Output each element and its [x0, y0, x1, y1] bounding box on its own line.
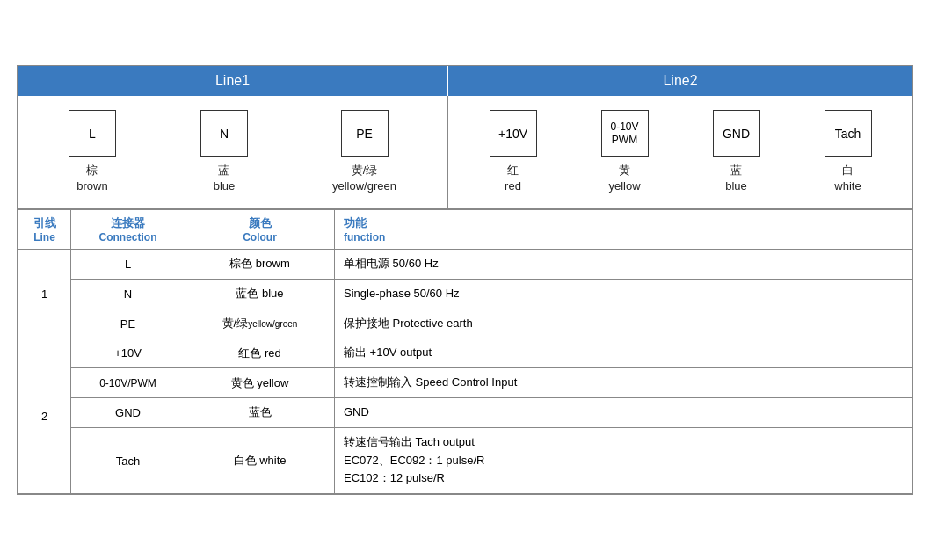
th-func-en: function	[344, 231, 903, 244]
func-PE-cell: 保护接地 Protective earth	[335, 309, 912, 338]
color-10v-cell: 红色 red	[185, 338, 335, 368]
table-row: Tach 白色 white 转速信号输出 Tach output EC072、E…	[18, 427, 912, 493]
conn-N-cell: N	[71, 279, 185, 309]
func-N-cell: Single-phase 50/60 Hz	[335, 279, 912, 309]
connector-box-tach: Tach	[825, 110, 872, 157]
connector-pwm: 0-10VPWM 黄yellow	[601, 110, 649, 194]
header-line1: Line1	[18, 66, 448, 96]
header-line2: Line2	[448, 66, 912, 96]
func-10v-cell: 输出 +10V output	[335, 338, 912, 368]
th-color-en: Colour	[194, 231, 325, 244]
conn-PE-cell: PE	[71, 309, 185, 338]
connector-label-gnd: 蓝blue	[725, 163, 747, 194]
connector-box-pwm: 0-10VPWM	[601, 110, 649, 157]
table-body: 1 L 棕色 browm 单相电源 50/60 Hz N 蓝色 blue Sin…	[18, 250, 912, 494]
icons-line1: L 棕brown N 蓝blue PE 黄/绿yellow/green	[18, 96, 448, 208]
connector-label-pwm: 黄yellow	[608, 163, 640, 194]
connector-label-L: 棕brown	[76, 163, 107, 194]
th-func-zh: 功能	[344, 215, 903, 231]
connector-label-PE: 黄/绿yellow/green	[332, 163, 396, 194]
conn-gnd-cell: GND	[71, 398, 185, 428]
connector-L: L 棕brown	[69, 110, 116, 194]
connector-tach: Tach 白white	[825, 110, 872, 194]
func-gnd-cell: GND	[335, 398, 912, 428]
connector-label-tach: 白white	[834, 163, 861, 194]
conn-tach-cell: Tach	[71, 427, 185, 493]
table-row: PE 黄/绿yellow/green 保护接地 Protective earth	[18, 309, 912, 338]
color-tach-cell: 白色 white	[185, 427, 335, 493]
th-function: 功能 function	[335, 210, 912, 250]
table-row: GND 蓝色 GND	[18, 398, 912, 428]
connector-PE: PE 黄/绿yellow/green	[332, 110, 396, 194]
table-row: N 蓝色 blue Single-phase 50/60 Hz	[18, 279, 912, 309]
connector-box-10v: +10V	[490, 110, 537, 157]
table-row: 0-10V/PWM 黄色 yellow 转速控制输入 Speed Control…	[18, 368, 912, 398]
connector-gnd: GND 蓝blue	[713, 110, 760, 194]
th-line-en: Line	[27, 231, 62, 244]
icons-row: L 棕brown N 蓝blue PE 黄/绿yellow/green +10V…	[18, 96, 912, 209]
conn-L-cell: L	[71, 250, 185, 280]
color-L-cell: 棕色 browm	[185, 250, 335, 280]
th-connection: 连接器 Connection	[71, 210, 185, 250]
th-line: 引线 Line	[18, 210, 71, 250]
th-colour: 颜色 Colour	[185, 210, 335, 250]
connector-label-10v: 红red	[505, 163, 521, 194]
color-pwm-cell: 黄色 yellow	[185, 368, 335, 398]
th-conn-en: Connection	[80, 231, 176, 244]
table-row: 1 L 棕色 browm 单相电源 50/60 Hz	[18, 250, 912, 280]
func-tach-cell: 转速信号输出 Tach output EC072、EC092：1 pulse/R…	[335, 427, 912, 493]
line1-cell: 1	[18, 250, 71, 338]
connector-N: N 蓝blue	[200, 110, 248, 194]
connector-box-gnd: GND	[713, 110, 760, 157]
connector-box-L: L	[69, 110, 116, 157]
connector-box-PE: PE	[341, 110, 389, 157]
table-row: 2 +10V 红色 red 输出 +10V output	[18, 338, 912, 368]
icons-line2: +10V 红red 0-10VPWM 黄yellow GND 蓝blue Tac…	[448, 96, 912, 208]
connector-10v: +10V 红red	[490, 110, 537, 194]
table-header-row: 引线 Line 连接器 Connection 颜色 Colour 功能 func…	[18, 210, 912, 250]
pe-color-sub: yellow/green	[248, 319, 297, 329]
color-PE-cell: 黄/绿yellow/green	[185, 309, 335, 338]
connector-box-N: N	[200, 110, 248, 157]
main-container: Line1 Line2 L 棕brown N 蓝blue PE 黄/绿yello…	[17, 65, 913, 496]
color-gnd-cell: 蓝色	[185, 398, 335, 428]
color-N-cell: 蓝色 blue	[185, 279, 335, 309]
th-color-zh: 颜色	[194, 215, 325, 231]
connector-label-N: 蓝blue	[214, 163, 236, 194]
func-L-cell: 单相电源 50/60 Hz	[335, 250, 912, 280]
conn-pwm-cell: 0-10V/PWM	[71, 368, 185, 398]
header-row: Line1 Line2	[18, 66, 912, 96]
func-pwm-cell: 转速控制输入 Speed Control Input	[335, 368, 912, 398]
line2-cell: 2	[18, 338, 71, 494]
conn-10v-cell: +10V	[71, 338, 185, 368]
info-table: 引线 Line 连接器 Connection 颜色 Colour 功能 func…	[18, 209, 912, 494]
th-conn-zh: 连接器	[80, 215, 176, 231]
th-line-zh: 引线	[27, 215, 62, 231]
